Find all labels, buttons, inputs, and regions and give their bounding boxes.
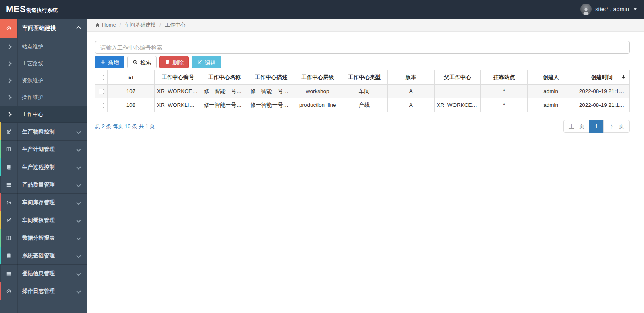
column-header-label: 工作中心类型 — [348, 74, 381, 80]
delete-button[interactable]: 删除 — [159, 56, 189, 68]
table-cell: 108 — [108, 98, 155, 112]
sidebar-item[interactable]: 登陆信息管理 — [0, 265, 87, 282]
user-label: site:* , admin — [595, 6, 629, 12]
next-page-button[interactable]: 下一页 — [603, 120, 630, 133]
user-avatar — [580, 4, 592, 15]
chevron-down-icon — [76, 165, 81, 169]
list-icon — [0, 182, 17, 188]
sidebar-subitem[interactable]: 操作维护 — [0, 89, 87, 106]
add-button[interactable]: 新增 — [95, 56, 124, 68]
column-header[interactable]: id — [108, 70, 155, 85]
sidebar-item[interactable]: 产品质量管理 — [0, 176, 87, 194]
chevron-right-icon — [7, 44, 11, 49]
app-logo[interactable]: MES 制造执行系统 — [0, 4, 58, 15]
accent-strip — [0, 122, 1, 141]
column-header[interactable]: 挂靠站点 — [481, 70, 528, 85]
column-header[interactable]: 创建时间 — [574, 70, 630, 85]
table-cell — [434, 85, 481, 98]
breadcrumb-separator: / — [159, 22, 161, 28]
select-all-header — [95, 70, 108, 85]
column-header[interactable]: 工作中心编号 — [155, 70, 201, 85]
search-button[interactable]: 检索 — [127, 56, 157, 68]
search-input[interactable] — [95, 41, 630, 54]
pagination-bar: 总 2 条 每页 10 条 共 1 页 上一页1下一页 — [95, 120, 630, 133]
chevron-down-icon — [76, 200, 81, 205]
sidebar-subitem[interactable]: 工艺路线 — [0, 55, 87, 72]
sidebar-item-label: 操作日志管理 — [22, 288, 55, 295]
sidebar-item[interactable]: 数据分析报表 — [0, 229, 87, 247]
book-icon — [0, 164, 17, 170]
row-select-cell — [95, 98, 108, 112]
table-cell: production_line — [294, 98, 341, 112]
table-cell: 车间 — [341, 85, 388, 98]
chevron-down-icon — [76, 236, 81, 240]
table-cell: workshop — [294, 85, 341, 98]
columns-icon — [0, 147, 17, 152]
column-header[interactable]: 工作中心描述 — [248, 70, 294, 85]
home-icon — [95, 23, 100, 28]
edit-square-icon — [0, 218, 17, 223]
pin-icon[interactable] — [621, 75, 626, 80]
trash-icon — [165, 60, 170, 65]
select-all-checkbox[interactable] — [99, 75, 104, 80]
sidebar-item[interactable]: 操作日志管理 — [0, 282, 87, 300]
table-cell: 107 — [108, 85, 155, 98]
tachometer-icon — [0, 200, 17, 205]
table-cell: 2022-08-19 21:1… — [574, 98, 630, 112]
accent-strip — [0, 229, 1, 247]
chevron-down-icon — [76, 182, 81, 187]
column-header-label: 工作中心编号 — [162, 74, 194, 80]
column-header[interactable]: 工作中心类型 — [341, 70, 388, 85]
column-header[interactable]: 父工作中心 — [434, 70, 481, 85]
table-cell: XR_WORKLINE… — [155, 98, 201, 112]
breadcrumb-item[interactable]: 车间基础建模 — [124, 22, 156, 28]
prev-page-button[interactable]: 上一页 — [563, 120, 590, 133]
pagination-summary: 总 2 条 每页 10 条 共 1 页 — [95, 123, 155, 130]
sidebar-item-label: 系统基础管理 — [22, 252, 55, 259]
column-header[interactable]: 版本 — [387, 70, 434, 85]
table-row[interactable]: 107XR_WORKCEN…修一智能一号车间修一智能一号车间workshop车间… — [95, 85, 630, 98]
sidebar-menu: 生产物料控制生产计划管理生产过程控制产品质量管理车间库存管理车间看板管理数据分析… — [0, 123, 87, 300]
breadcrumb-separator: / — [120, 22, 121, 28]
sidebar-item[interactable]: 生产计划管理 — [0, 141, 87, 158]
app-logo-primary: MES — [6, 4, 26, 15]
column-header[interactable]: 工作中心名称 — [201, 70, 248, 85]
sidebar-item[interactable]: 车间库存管理 — [0, 194, 87, 211]
column-header[interactable]: 工作中心层级 — [294, 70, 341, 85]
sidebar-item[interactable]: 车间看板管理 — [0, 211, 87, 229]
tachometer-icon — [0, 288, 17, 294]
columns-icon — [0, 235, 17, 241]
page-number-button[interactable]: 1 — [589, 120, 604, 133]
row-checkbox[interactable] — [99, 89, 104, 94]
column-header-label: 创建时间 — [591, 74, 613, 80]
chevron-down-icon — [76, 253, 81, 258]
column-header-label: 工作中心描述 — [255, 74, 287, 80]
sidebar-item[interactable]: 生产物料控制 — [0, 123, 87, 141]
accent-strip — [0, 193, 1, 211]
sidebar-item[interactable]: 系统基础管理 — [0, 247, 87, 265]
accent-strip — [0, 158, 1, 176]
row-checkbox[interactable] — [99, 103, 104, 108]
column-header-label: 父工作中心 — [444, 74, 471, 80]
sidebar-subitem[interactable]: 资源维护 — [0, 72, 87, 89]
breadcrumb-items: Home/车间基础建模/工作中心 — [102, 21, 186, 29]
table-row[interactable]: 108XR_WORKLINE…修一智能一号S…修一智能一号S…productio… — [95, 98, 630, 112]
sidebar-subitem[interactable]: 工作中心 — [0, 106, 87, 123]
top-navbar: MES 制造执行系统 site:* , admin — [0, 0, 644, 19]
user-menu[interactable]: site:* , admin — [580, 4, 644, 15]
column-header-label: 版本 — [406, 74, 416, 80]
sidebar-item-label: 产品质量管理 — [22, 181, 55, 189]
breadcrumb-item[interactable]: Home — [102, 22, 116, 28]
page-body: 新增检索删除编辑 id工作中心编号工作中心名称工作中心描述工作中心层级工作中心类… — [87, 41, 644, 133]
accent-strip — [0, 264, 1, 282]
sidebar-subitem[interactable]: 站点维护 — [0, 38, 87, 55]
chevron-right-icon — [7, 112, 11, 116]
edit-button[interactable]: 编辑 — [192, 56, 221, 68]
sidebar-subitem-label: 工作中心 — [22, 111, 43, 118]
column-header[interactable]: 创建人 — [528, 70, 574, 85]
table-cell: XR_WORKCEN… — [155, 85, 201, 98]
sidebar-item-workshop-modeling[interactable]: 车间基础建模 — [0, 19, 87, 38]
book-icon — [0, 253, 17, 259]
sidebar-item[interactable]: 生产过程控制 — [0, 158, 87, 176]
tachometer-icon — [0, 19, 17, 38]
